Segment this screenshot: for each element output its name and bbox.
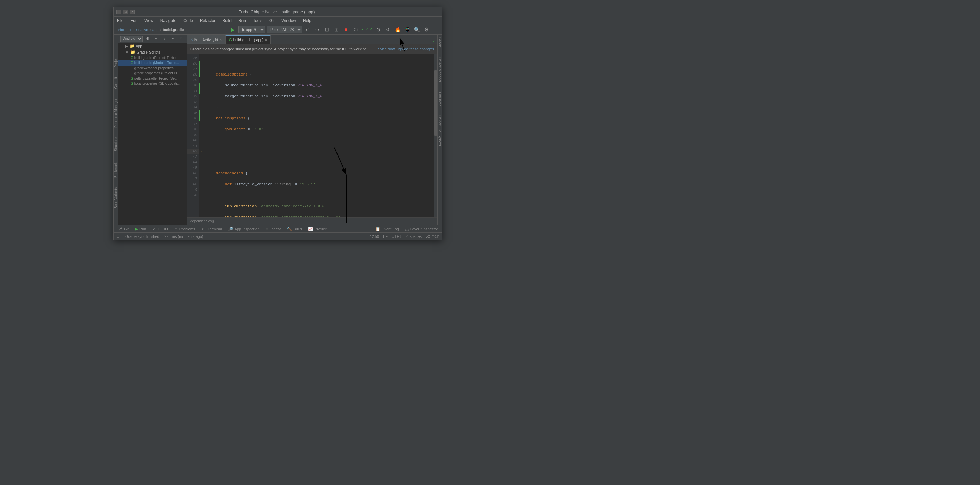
sync-now-link[interactable]: Sync Now [378, 47, 395, 51]
toolbar-btn-1[interactable]: ⊡ [323, 26, 331, 34]
maximize-button[interactable]: □ [123, 10, 128, 14]
toolbar-more[interactable]: ⋮ [432, 26, 440, 34]
panel-build-variants[interactable]: Build Variants [113, 186, 118, 210]
tab-app-inspection[interactable]: 🔎 App Inspection [225, 225, 262, 232]
panel-commit[interactable]: Commit [113, 75, 118, 90]
tab-event-log[interactable]: 📋 Event Log [372, 225, 402, 232]
panel-bookmarks[interactable]: Bookmarks [113, 159, 118, 179]
menu-build[interactable]: Build [221, 18, 233, 24]
panel-device-file-explorer[interactable]: Device File Explorer [438, 114, 442, 147]
tree-gradle-properties[interactable]: G gradle.properties (Project Pr... [118, 71, 186, 76]
code-line-26: compileOptions { [207, 72, 431, 77]
vertical-scrollbar[interactable] [434, 54, 438, 217]
tree-app-folder[interactable]: ▶ 📁 app [118, 43, 186, 49]
sort-icon[interactable]: ≡ [152, 35, 159, 43]
kt-file-icon: K [191, 38, 193, 41]
toolbar-device-mgr[interactable]: 📱 [403, 26, 411, 34]
app-arrow: ▶ [125, 44, 128, 48]
toolbar-btn-2[interactable]: ⊞ [332, 26, 340, 34]
redo-button[interactable]: ↪ [313, 26, 321, 34]
build-gradle-project-label: build.gradle (Project: Turbo... [134, 56, 178, 60]
settings-gradle-label: settings.gradle (Project Sett... [134, 77, 180, 80]
panel-structure[interactable]: Structure [113, 136, 118, 153]
gradle-tab-icon: G [229, 38, 232, 42]
code-line-30: kotlinOptions { [207, 116, 431, 121]
tree-settings-gradle[interactable]: G settings.gradle (Project Sett... [118, 76, 186, 81]
menu-run[interactable]: Run [237, 18, 247, 24]
stop-button[interactable]: ■ [342, 26, 350, 34]
tab-terminal[interactable]: >_ Terminal [199, 225, 224, 232]
code-line-27: sourceCompatibility JavaVersion.VERSION_… [207, 83, 431, 88]
menu-git[interactable]: Git [268, 18, 276, 24]
panel-project[interactable]: Project [113, 55, 118, 69]
menu-refactor[interactable]: Refactor [199, 18, 217, 24]
footer-code: dependencies{} [190, 219, 214, 223]
tab-mainactivity-label: MainActivity.kt [194, 38, 218, 42]
tab-mainactivity[interactable]: K MainActivity.kt × [187, 35, 225, 44]
toolbar-history[interactable]: ⊙ [374, 26, 382, 34]
tree-build-gradle-app[interactable]: G build.gradle (Module: Turbo... [118, 61, 186, 65]
line-numbers: 25 26 27 28 29 30 31 32 33 34 35 36 37 3… [187, 54, 199, 217]
tab-logcat[interactable]: ≡ Logcat [263, 225, 283, 232]
tab-build-gradle[interactable]: G build.gradle (:app) × [225, 35, 270, 44]
minimize-button[interactable]: – [116, 10, 121, 14]
undo-button[interactable]: ↩ [304, 26, 312, 34]
breadcrumb-app[interactable]: app [152, 27, 159, 32]
menu-view[interactable]: View [143, 18, 155, 24]
menu-window[interactable]: Window [280, 18, 298, 24]
status-encoding[interactable]: LF [383, 235, 388, 239]
breadcrumb-root[interactable]: turbo-chirper-native [116, 27, 148, 32]
minimize-panel-icon[interactable]: − [169, 35, 176, 43]
device-selector[interactable]: Pixel 2 API 28 [267, 26, 302, 33]
tab-build-gradle-close[interactable]: × [265, 38, 267, 42]
status-position[interactable]: 42:50 [370, 235, 379, 239]
menu-tools[interactable]: Tools [251, 18, 264, 24]
status-charset[interactable]: UTF-8 [392, 235, 402, 239]
warning-icon-42: ⚠ [200, 149, 203, 153]
breadcrumb-file[interactable]: build.gradle [162, 27, 184, 32]
close-button[interactable]: ✕ [130, 10, 135, 14]
toolbar-revert[interactable]: ↺ [384, 26, 392, 34]
tab-mainactivity-close[interactable]: × [220, 38, 221, 41]
menu-navigate[interactable]: Navigate [159, 18, 178, 24]
android-view-selector[interactable]: Android [120, 36, 143, 42]
tab-problems[interactable]: ⚠ Problems [172, 225, 198, 232]
tab-git[interactable]: ⎇ Git [115, 225, 131, 232]
tab-run[interactable]: ▶ Run [132, 225, 149, 232]
app-selector[interactable]: ▶ app ▼ [239, 26, 265, 33]
menu-file[interactable]: File [116, 18, 125, 24]
panel-device-manager[interactable]: Device Manager [438, 56, 442, 84]
toolbar-search[interactable]: 🔍 [413, 26, 421, 34]
menu-help[interactable]: Help [302, 18, 313, 24]
tree-gradle-wrapper[interactable]: G gradle-wrapper.properties (... [118, 65, 186, 71]
sync-icon[interactable]: ⚙ [144, 35, 151, 43]
menu-code[interactable]: Code [182, 18, 194, 24]
todo-icon: ✓ [152, 227, 156, 231]
ide-window: – □ ✕ Turbo Chirper Native – build.gradl… [113, 7, 442, 240]
status-indent[interactable]: 4 spaces [406, 235, 422, 239]
status-branch[interactable]: ⎇ main [426, 234, 439, 239]
tab-todo[interactable]: ✓ TODO [150, 225, 171, 232]
git-label: Git: [354, 27, 360, 32]
panel-emulator[interactable]: Emulator [438, 91, 442, 107]
code-content[interactable]: compileOptions { sourceCompatibility Jav… [204, 54, 434, 217]
tab-build[interactable]: 🔨 Build [284, 225, 304, 232]
tab-profiler[interactable]: 📈 Profiler [305, 225, 329, 232]
git-check3: ✓ [370, 27, 373, 32]
gradle-arrow: ▼ [125, 51, 129, 54]
tree-local-properties[interactable]: G local.properties (SDK Locati... [118, 81, 186, 86]
tree-gradle-scripts[interactable]: ▼ 📁 Gradle Scripts [118, 49, 186, 55]
tab-layout-inspector[interactable]: ⬚ Layout Inspector [402, 225, 441, 232]
menu-edit[interactable]: Edit [129, 18, 139, 24]
panel-resource-manager[interactable]: Resource Manager [113, 97, 118, 129]
toolbar-settings[interactable]: ⚙ [422, 26, 431, 34]
gradle-file-icon-6: G [131, 82, 134, 86]
run-button[interactable]: ▶ [229, 26, 237, 34]
ignore-changes-link[interactable]: Ignore these changes [398, 47, 434, 51]
terminal-icon: >_ [201, 227, 206, 231]
close-panel-icon[interactable]: × [178, 35, 185, 43]
panel-gradle[interactable]: Gradle [438, 36, 442, 49]
tree-build-gradle-project[interactable]: G build.gradle (Project: Turbo... [118, 55, 186, 61]
toolbar-flame[interactable]: 🔥 [393, 26, 402, 34]
collapse-icon[interactable]: ↕ [161, 35, 168, 43]
